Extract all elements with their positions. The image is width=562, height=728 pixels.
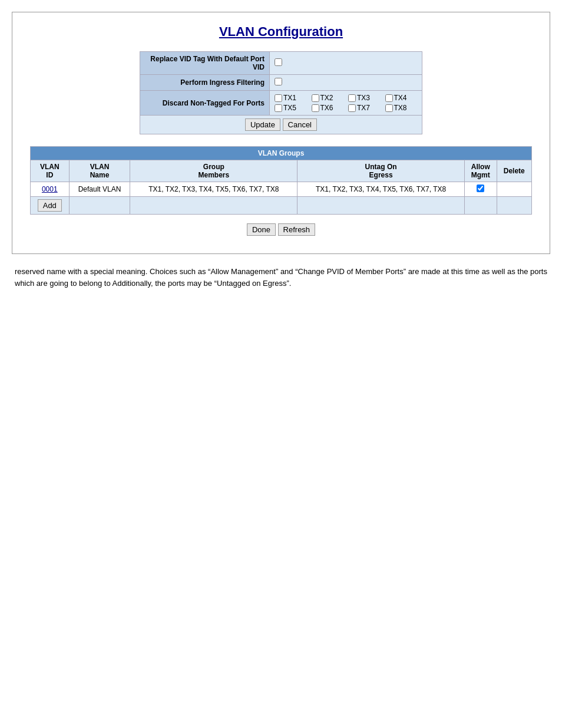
col-untag-egress: Untag OnEgress	[297, 160, 465, 182]
refresh-button[interactable]: Refresh	[278, 223, 316, 236]
port-tx6-item: TX6	[312, 104, 344, 112]
col-group-members: GroupMembers	[130, 160, 297, 182]
vlan-row-0001: 0001 Default VLAN TX1, TX2, TX3, TX4, TX…	[31, 182, 532, 197]
vlan-name-cell: Default VLAN	[69, 182, 130, 197]
port-tx8-checkbox[interactable]	[385, 104, 393, 112]
port-tx8-item: TX8	[385, 104, 418, 112]
port-tx6-checkbox[interactable]	[312, 104, 319, 112]
replace-vid-value	[270, 52, 422, 75]
port-tx3-item: TX3	[348, 94, 381, 102]
col-allow-mgmt: AllowMgmt	[465, 160, 497, 182]
port-tx5-label: TX5	[283, 104, 296, 112]
ingress-filtering-checkbox[interactable]	[275, 78, 282, 85]
discard-nontagged-row: Discard Non-Tagged For Ports TX1 TX2 TX3	[140, 91, 422, 116]
vlan-groups-title: VLAN Groups	[31, 147, 532, 160]
vlan-group-members-cell: TX1, TX2, TX3, TX4, TX5, TX6, TX7, TX8	[130, 182, 297, 197]
done-button[interactable]: Done	[247, 223, 276, 236]
vlan-add-empty-3	[297, 197, 465, 215]
update-button[interactable]: Update	[245, 118, 280, 131]
ingress-filtering-row: Perform Ingress Filtering	[140, 75, 422, 91]
port-tx5-checkbox[interactable]	[275, 104, 282, 112]
ingress-filtering-label: Perform Ingress Filtering	[140, 75, 270, 91]
replace-vid-label: Replace VID Tag With Default Port VID	[140, 52, 270, 75]
vlan-untag-egress-cell: TX1, TX2, TX3, TX4, TX5, TX6, TX7, TX8	[297, 182, 465, 197]
port-checkbox-grid: TX1 TX2 TX3 TX4	[275, 94, 417, 112]
form-buttons-cell: Update Cancel	[140, 116, 422, 134]
port-tx7-item: TX7	[348, 104, 381, 112]
vlan-add-cell: Add	[31, 197, 70, 215]
bottom-buttons: Done Refresh	[30, 223, 532, 236]
port-tx7-label: TX7	[357, 104, 370, 112]
ingress-filtering-value	[270, 75, 422, 91]
vlan-groups-section: VLAN Groups VLANID VLANName GroupMembers…	[30, 146, 532, 215]
cancel-button[interactable]: Cancel	[283, 118, 317, 131]
replace-vid-row: Replace VID Tag With Default Port VID	[140, 52, 422, 75]
vlan-add-empty-2	[130, 197, 297, 215]
vlan-add-empty-5	[497, 197, 531, 215]
vlan-table-col-headers: VLANID VLANName GroupMembers Untag OnEgr…	[31, 160, 532, 182]
vlan-delete-cell	[497, 182, 531, 197]
port-tx3-label: TX3	[357, 94, 370, 102]
col-delete: Delete	[497, 160, 531, 182]
port-tx2-checkbox[interactable]	[312, 94, 319, 102]
replace-vid-checkbox[interactable]	[275, 58, 282, 66]
col-vlan-name: VLANName	[69, 160, 130, 182]
port-tx2-label: TX2	[320, 94, 333, 102]
port-tx5-item: TX5	[275, 104, 307, 112]
description-text: reserved name with a special meaning. Ch…	[12, 266, 550, 289]
vlan-groups-header-row: VLAN Groups	[31, 147, 532, 160]
discard-nontagged-value: TX1 TX2 TX3 TX4	[270, 91, 422, 116]
config-form-table: Replace VID Tag With Default Port VID Pe…	[140, 51, 422, 134]
form-buttons-row: Update Cancel	[140, 116, 422, 134]
port-tx8-label: TX8	[394, 104, 407, 112]
page-title: VLAN Configuration	[30, 24, 532, 39]
vlan-id-link[interactable]: 0001	[42, 185, 58, 193]
col-vlan-id: VLANID	[31, 160, 70, 182]
vlan-id-cell: 0001	[31, 182, 70, 197]
main-panel: VLAN Configuration Replace VID Tag With …	[12, 12, 550, 254]
port-tx1-label: TX1	[283, 94, 296, 102]
add-button[interactable]: Add	[38, 199, 62, 212]
port-tx1-checkbox[interactable]	[275, 94, 282, 102]
port-tx3-checkbox[interactable]	[348, 94, 356, 102]
port-tx7-checkbox[interactable]	[348, 104, 356, 112]
vlan-add-row: Add	[31, 197, 532, 215]
port-tx4-checkbox[interactable]	[385, 94, 393, 102]
vlan-allow-mgmt-cell	[465, 182, 497, 197]
discard-nontagged-label: Discard Non-Tagged For Ports	[140, 91, 270, 116]
vlan-groups-table: VLAN Groups VLANID VLANName GroupMembers…	[30, 146, 532, 215]
vlan-add-empty-4	[465, 197, 497, 215]
port-tx2-item: TX2	[312, 94, 344, 102]
vlan-add-empty-1	[69, 197, 130, 215]
port-tx4-item: TX4	[385, 94, 418, 102]
port-tx4-label: TX4	[394, 94, 407, 102]
port-tx1-item: TX1	[275, 94, 307, 102]
port-tx6-label: TX6	[320, 104, 333, 112]
vlan-allow-mgmt-checkbox[interactable]	[477, 185, 484, 192]
